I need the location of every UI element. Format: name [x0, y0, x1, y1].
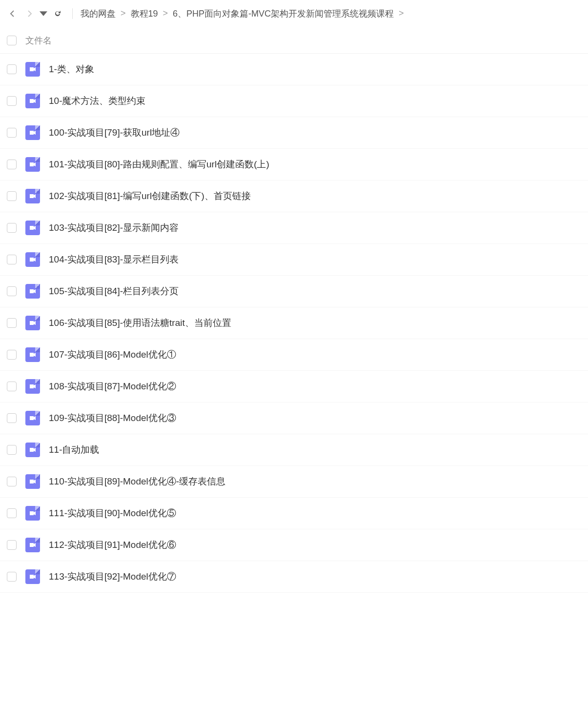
nav-back-button[interactable]: [6, 7, 20, 20]
video-file-icon: [25, 157, 40, 172]
list-header: 文件名: [0, 27, 588, 54]
row-checkbox[interactable]: [7, 508, 17, 518]
row-checkbox[interactable]: [7, 413, 17, 423]
row-checkbox[interactable]: [7, 255, 17, 264]
file-name: 104-实战项目[83]-显示栏目列表: [49, 253, 179, 266]
video-file-icon: [25, 474, 40, 489]
refresh-icon: [54, 10, 61, 18]
breadcrumb-separator: >: [399, 8, 404, 19]
nav-refresh-button[interactable]: [51, 7, 64, 20]
file-name: 101-实战项目[80]-路由规则配置、编写url创建函数(上): [49, 158, 269, 171]
chevron-left-icon: [9, 10, 17, 18]
file-name: 113-实战项目[92]-Model优化⑦: [49, 570, 176, 583]
video-file-icon: [25, 125, 40, 140]
video-file-icon: [25, 284, 40, 299]
file-row[interactable]: 105-实战项目[84]-栏目列表分页: [0, 276, 588, 307]
file-row[interactable]: 104-实战项目[83]-显示栏目列表: [0, 244, 588, 276]
file-name: 100-实战项目[79]-获取url地址④: [49, 126, 180, 139]
file-row[interactable]: 101-实战项目[80]-路由规则配置、编写url创建函数(上): [0, 149, 588, 181]
file-row[interactable]: 11-自动加载: [0, 434, 588, 466]
breadcrumb-separator: >: [121, 8, 126, 19]
video-file-icon: [25, 347, 40, 362]
video-file-icon: [25, 443, 40, 457]
video-file-icon: [25, 94, 40, 108]
video-file-icon: [25, 62, 40, 77]
file-row[interactable]: 103-实战项目[82]-显示新闻内容: [0, 212, 588, 244]
file-name: 11-自动加载: [49, 443, 99, 456]
video-file-icon: [25, 411, 40, 425]
row-checkbox[interactable]: [7, 128, 17, 138]
column-header-filename[interactable]: 文件名: [25, 35, 52, 46]
file-row[interactable]: 106-实战项目[85]-使用语法糖trait、当前位置: [0, 307, 588, 339]
breadcrumb-item[interactable]: 我的网盘: [81, 8, 116, 20]
file-name: 110-实战项目[89]-Model优化④-缓存表信息: [49, 475, 225, 488]
file-row[interactable]: 113-实战项目[92]-Model优化⑦: [0, 561, 588, 593]
nav-dropdown-button[interactable]: [39, 7, 48, 20]
file-name: 103-实战项目[82]-显示新闻内容: [49, 222, 179, 234]
file-row[interactable]: 110-实战项目[89]-Model优化④-缓存表信息: [0, 466, 588, 498]
caret-down-icon: [40, 10, 47, 18]
video-file-icon: [25, 379, 40, 394]
row-checkbox[interactable]: [7, 191, 17, 201]
file-name: 109-实战项目[88]-Model优化③: [49, 412, 176, 424]
row-checkbox[interactable]: [7, 540, 17, 550]
video-file-icon: [25, 221, 40, 235]
file-name: 102-实战项目[81]-编写url创建函数(下)、首页链接: [49, 190, 251, 202]
file-name: 107-实战项目[86]-Model优化①: [49, 348, 176, 361]
select-all-checkbox[interactable]: [7, 36, 17, 45]
row-checkbox[interactable]: [7, 64, 17, 74]
file-name: 10-魔术方法、类型约束: [49, 95, 145, 107]
video-file-icon: [25, 569, 40, 584]
row-checkbox[interactable]: [7, 160, 17, 169]
row-checkbox[interactable]: [7, 572, 17, 582]
breadcrumb: 我的网盘 > 教程19 > 6、PHP面向对象篇-MVC架构开发新闻管理系统视频…: [81, 8, 404, 20]
toolbar-separator: [72, 8, 73, 19]
row-checkbox[interactable]: [7, 382, 17, 391]
file-row[interactable]: 109-实战项目[88]-Model优化③: [0, 403, 588, 434]
chevron-right-icon: [25, 10, 33, 18]
file-name: 112-实战项目[91]-Model优化⑥: [49, 539, 176, 551]
video-file-icon: [25, 506, 40, 521]
row-checkbox[interactable]: [7, 445, 17, 455]
file-name: 108-实战项目[87]-Model优化②: [49, 380, 176, 393]
file-list: 1-类、对象 10-魔术方法、类型约束 100-实战项目[79]-获取url地址…: [0, 54, 588, 593]
file-row[interactable]: 111-实战项目[90]-Model优化⑤: [0, 498, 588, 529]
file-name: 106-实战项目[85]-使用语法糖trait、当前位置: [49, 317, 231, 329]
toolbar: 我的网盘 > 教程19 > 6、PHP面向对象篇-MVC架构开发新闻管理系统视频…: [0, 0, 588, 27]
row-checkbox[interactable]: [7, 286, 17, 296]
file-name: 111-实战项目[90]-Model优化⑤: [49, 507, 176, 520]
row-checkbox[interactable]: [7, 223, 17, 233]
file-name: 105-实战项目[84]-栏目列表分页: [49, 285, 179, 298]
file-row[interactable]: 100-实战项目[79]-获取url地址④: [0, 117, 588, 149]
breadcrumb-separator: >: [163, 8, 168, 19]
file-row[interactable]: 112-实战项目[91]-Model优化⑥: [0, 529, 588, 561]
video-file-icon: [25, 538, 40, 552]
file-row[interactable]: 10-魔术方法、类型约束: [0, 85, 588, 117]
file-name: 1-类、对象: [49, 63, 94, 76]
file-row[interactable]: 102-实战项目[81]-编写url创建函数(下)、首页链接: [0, 181, 588, 212]
file-row[interactable]: 108-实战项目[87]-Model优化②: [0, 371, 588, 403]
row-checkbox[interactable]: [7, 96, 17, 106]
nav-forward-button[interactable]: [22, 7, 36, 20]
row-checkbox[interactable]: [7, 318, 17, 328]
file-row[interactable]: 107-实战项目[86]-Model优化①: [0, 339, 588, 371]
breadcrumb-item[interactable]: 6、PHP面向对象篇-MVC架构开发新闻管理系统视频课程: [173, 8, 394, 20]
video-file-icon: [25, 189, 40, 203]
breadcrumb-item[interactable]: 教程19: [131, 8, 158, 20]
row-checkbox[interactable]: [7, 350, 17, 360]
video-file-icon: [25, 252, 40, 267]
video-file-icon: [25, 316, 40, 330]
row-checkbox[interactable]: [7, 477, 17, 486]
file-row[interactable]: 1-类、对象: [0, 54, 588, 85]
